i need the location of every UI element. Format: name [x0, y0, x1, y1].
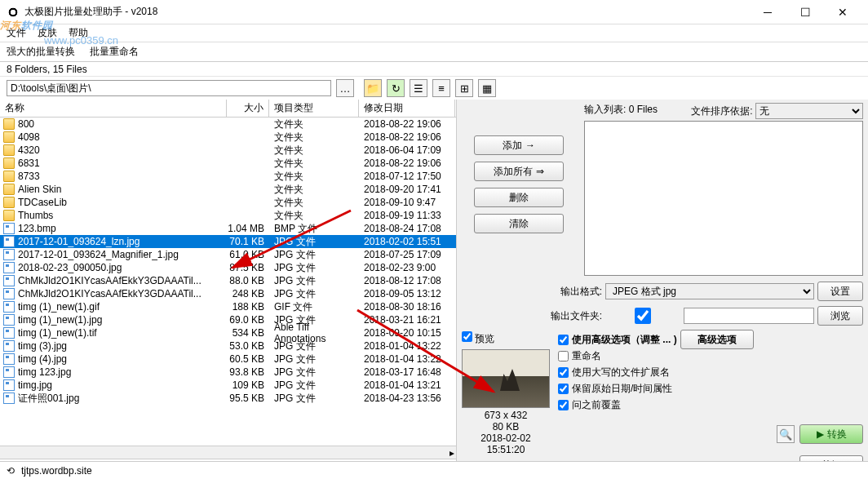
input-file-list[interactable]	[584, 121, 863, 276]
table-row[interactable]: 2017-12-01_093624_Magnifier_1.jpg61.0 KB…	[0, 248, 456, 261]
file-name: ChMkJld2O1KIYcasAAfEkkY3GDAAATil...	[18, 288, 202, 299]
file-name: Alien Skin	[18, 184, 61, 195]
table-row[interactable]: 2018-02-23_090050.jpg87.5 KBJPG 文件2018-0…	[0, 261, 456, 274]
table-row[interactable]: timg (1)_new(1).gif188 KBGIF 文件2018-08-3…	[0, 300, 456, 313]
file-date: 2018-09-05 13:12	[359, 288, 455, 299]
output-format-select[interactable]: JPEG 格式 jpg	[605, 283, 814, 299]
view-detail-icon[interactable]: ≡	[432, 79, 450, 97]
preview-check-label[interactable]: 预览	[462, 331, 550, 346]
file-name: timg.jpg	[18, 379, 52, 391]
maximize-icon[interactable]: ☐	[786, 0, 824, 24]
minimize-icon[interactable]: ─	[749, 0, 786, 24]
path-browse-button[interactable]: …	[336, 79, 354, 97]
table-row[interactable]: timg.jpg109 KBJPG 文件2018-01-04 13:21	[0, 379, 456, 392]
menu-skin[interactable]: 皮肤	[38, 26, 57, 40]
uppercase-check[interactable]	[558, 367, 569, 378]
table-row[interactable]: ChMkJld2O1KIYcasAAfEkkY3GDAAATil...88.0 …	[0, 274, 456, 287]
use-advanced-check[interactable]	[558, 335, 569, 345]
image-file-icon	[3, 314, 15, 326]
output-folder-input[interactable]	[684, 308, 814, 324]
file-date: 2018-07-12 17:50	[359, 171, 455, 182]
file-name: 2017-12-01_093624_lzn.jpg	[18, 236, 140, 247]
view-list-icon[interactable]: ☰	[410, 79, 427, 97]
table-row[interactable]: timg (1)_new(1).jpg69.0 KBJPG 文件2018-03-…	[0, 313, 456, 326]
table-row[interactable]: timg (1)_new(1).tif534 KBAble Tiff Annot…	[0, 326, 456, 339]
table-row[interactable]: Alien Skin文件夹2018-09-20 17:41	[0, 183, 456, 196]
table-row[interactable]: 4098文件夹2018-08-22 19:06	[0, 131, 456, 144]
refresh-icon[interactable]: ↻	[387, 79, 405, 97]
scroll-right-icon[interactable]: ▸	[0, 446, 456, 459]
zoom-icon[interactable]: 🔍	[777, 425, 795, 443]
file-name: 800	[18, 118, 34, 130]
file-name: timg (1)_new(1).jpg	[18, 314, 102, 326]
uppercase-row[interactable]: 使用大写的文件扩展名	[558, 364, 863, 380]
file-name: 证件照001.jpg	[18, 392, 79, 406]
rename-check[interactable]	[558, 351, 569, 361]
menu-help[interactable]: 帮助	[69, 26, 88, 40]
folder-up-icon[interactable]: 📁	[364, 79, 382, 97]
file-type: JPG 文件	[269, 261, 359, 275]
menu-file[interactable]: 文件	[7, 26, 26, 40]
file-size: 93.8 KB	[227, 366, 269, 378]
close-icon[interactable]: ✕	[824, 0, 861, 24]
clear-button[interactable]: 清除	[474, 214, 564, 233]
table-row[interactable]: 800文件夹2018-08-22 19:06	[0, 118, 456, 131]
image-file-icon	[3, 327, 15, 339]
keepdate-check[interactable]	[558, 384, 569, 394]
table-row[interactable]: timg (3).jpg53.0 KBJPG 文件2018-01-04 13:2…	[0, 339, 456, 353]
table-row[interactable]: 证件照001.jpg95.5 KBJPG 文件2018-04-23 13:56	[0, 392, 456, 405]
remove-button[interactable]: 删除	[474, 188, 564, 207]
file-type: JPG 文件	[269, 287, 359, 301]
advanced-button[interactable]: 高级选项	[680, 330, 754, 349]
settings-button[interactable]: 设置	[817, 282, 863, 301]
add-button[interactable]: 添加 →	[474, 135, 564, 155]
file-name: timg (1)_new(1).gif	[18, 301, 100, 313]
path-input[interactable]	[7, 80, 331, 96]
browse-button[interactable]: 浏览	[817, 306, 863, 326]
table-row[interactable]: 8733文件夹2018-07-12 17:50	[0, 170, 456, 183]
input-list-label: 输入列表:	[584, 104, 626, 115]
preview-check[interactable]	[462, 331, 472, 342]
file-type: 文件夹	[269, 183, 359, 197]
file-date: 2018-06-04 17:09	[359, 144, 455, 156]
sort-label: 文件排序依据:	[691, 105, 752, 117]
col-name[interactable]: 名称	[0, 100, 227, 117]
table-row[interactable]: 4320文件夹2018-06-04 17:09	[0, 144, 456, 157]
folder-icon	[3, 118, 15, 130]
output-folder-check[interactable]	[605, 308, 680, 324]
table-row[interactable]: timg 123.jpg93.8 KBJPG 文件2018-03-17 16:4…	[0, 366, 456, 379]
view-grid-icon[interactable]: ⊞	[455, 79, 473, 97]
rename-row[interactable]: 重命名	[558, 348, 863, 364]
overwrite-row[interactable]: 问之前覆盖	[558, 397, 863, 413]
file-date: 2018-09-19 11:33	[359, 210, 455, 221]
col-size[interactable]: 大小	[227, 100, 269, 117]
folder-icon	[3, 197, 15, 208]
image-file-icon	[3, 288, 15, 299]
add-all-button[interactable]: 添加所有 ⇒	[474, 162, 564, 181]
table-row[interactable]: TDCaseLib文件夹2018-09-10 9:47	[0, 196, 456, 209]
convert-button[interactable]: ▶ 转换	[799, 424, 863, 444]
tool-batch-convert[interactable]: 强大的批量转换	[7, 45, 75, 59]
table-row[interactable]: ChMkJld2O1KIYcasAAfEkkY3GDAAATil...248 K…	[0, 287, 456, 300]
image-file-icon	[3, 275, 15, 286]
tool-batch-rename[interactable]: 批量重命名	[90, 45, 139, 59]
table-row[interactable]: 2017-12-01_093624_lzn.jpg70.1 KBJPG 文件20…	[0, 235, 456, 248]
file-type: 文件夹	[269, 144, 359, 157]
use-advanced-row[interactable]: 使用高级选项（调整 ... ) 高级选项	[558, 331, 863, 348]
view-thumb-icon[interactable]: ▦	[478, 79, 496, 97]
table-row[interactable]: 123.bmp1.04 MBBMP 文件2018-08-24 17:08	[0, 222, 456, 235]
file-size: 88.0 KB	[227, 275, 269, 286]
overwrite-check[interactable]	[558, 400, 569, 410]
file-date: 2018-01-04 13:22	[359, 340, 455, 352]
file-type: JPG 文件	[269, 353, 359, 366]
file-size: 87.5 KB	[227, 262, 269, 273]
col-date[interactable]: 修改日期	[359, 100, 455, 117]
image-file-icon	[3, 223, 15, 234]
file-type: JPG 文件	[269, 392, 359, 406]
table-row[interactable]: timg (4).jpg60.5 KBJPG 文件2018-01-04 13:2…	[0, 353, 456, 366]
table-row[interactable]: 6831文件夹2018-08-22 19:06	[0, 157, 456, 170]
sort-select[interactable]: 无	[755, 103, 863, 119]
keepdate-row[interactable]: 保留原始日期/时间属性	[558, 380, 863, 397]
col-type[interactable]: 项目类型	[269, 100, 359, 117]
table-row[interactable]: Thumbs文件夹2018-09-19 11:33	[0, 209, 456, 222]
